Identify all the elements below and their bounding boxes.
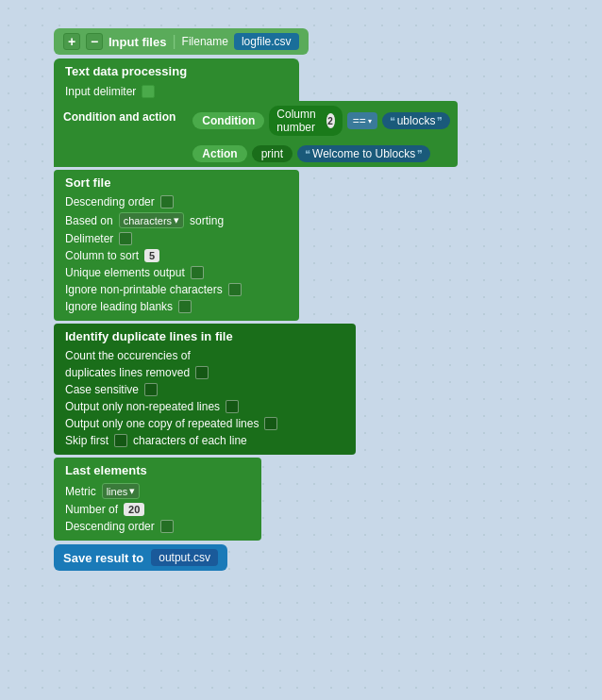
filename-value[interactable]: logfile.csv — [234, 33, 299, 50]
count-occurencies-label: Count the occurencies of — [65, 349, 191, 362]
operator-tag[interactable]: == ▾ — [347, 112, 377, 129]
descending-order-checkbox[interactable] — [160, 195, 174, 208]
ignore-non-printable-checkbox[interactable] — [228, 283, 242, 296]
welcome-tag[interactable]: ❝ Welcome to Ublocks ❞ — [297, 145, 430, 162]
based-on-label: Based on — [65, 214, 113, 227]
output-one-copy-label: Output only one copy of repeated lines — [65, 417, 259, 430]
descending-order-row: Descending order — [65, 193, 288, 210]
action-pill: Action — [192, 145, 246, 162]
condition-value-tag[interactable]: ❝ ublocks ❞ — [382, 112, 451, 129]
input-files-label: Input files — [109, 35, 166, 49]
welcome-quote-open: ❝ — [305, 148, 310, 160]
output-non-repeated-checkbox[interactable] — [226, 400, 239, 413]
output-non-repeated-label: Output only non-repeated lines — [65, 400, 220, 413]
column-number-tag[interactable]: Column number 2 — [269, 106, 342, 136]
print-tag[interactable]: print — [252, 145, 293, 162]
sorting-label: sorting — [190, 214, 224, 227]
duplicates-lines-removed-row: duplicates lines removed — [65, 364, 344, 381]
sort-file-header: Sort file — [65, 175, 288, 190]
case-sensitive-row: Case sensitive — [65, 381, 344, 398]
filename-label: Filename — [182, 35, 228, 48]
output-non-repeated-row: Output only non-repeated lines — [65, 398, 344, 415]
count-occurencies-row: Count the occurencies of — [65, 347, 344, 364]
based-on-arrow: ▾ — [174, 214, 179, 226]
condition-pill: Condition — [192, 112, 264, 129]
case-sensitive-label: Case sensitive — [65, 383, 139, 396]
duplicate-header: Identify duplicate lines in file — [65, 329, 344, 343]
metric-arrow: ▾ — [129, 485, 135, 497]
duplicates-lines-removed-checkbox[interactable] — [195, 366, 209, 379]
column-to-sort-value[interactable]: 5 — [144, 249, 159, 262]
last-descending-row: Descending order — [65, 518, 250, 535]
based-on-value: characters — [124, 215, 172, 226]
operator-label: == — [353, 114, 366, 127]
output-filename[interactable]: output.csv — [151, 549, 218, 566]
column-to-sort-row: Column to sort 5 — [65, 247, 288, 264]
ignore-leading-blanks-checkbox[interactable] — [178, 300, 192, 313]
case-sensitive-checkbox[interactable] — [144, 383, 158, 396]
output-one-copy-checkbox[interactable] — [264, 417, 277, 430]
ignore-non-printable-row: Ignore non-printable characters — [65, 281, 288, 298]
metric-value: lines — [107, 486, 128, 497]
characters-each-line-label: characters of each line — [133, 434, 247, 447]
delimiter-row: Delimeter — [65, 230, 288, 247]
ignore-leading-blanks-label: Ignore leading blanks — [65, 300, 173, 313]
column-number-value: 2 — [326, 113, 335, 128]
skip-first-checkbox[interactable] — [114, 434, 127, 447]
descending-order-label: Descending order — [65, 195, 155, 208]
welcome-value: Welcome to Ublocks — [312, 147, 415, 160]
unique-elements-label: Unique elements output — [65, 266, 185, 279]
input-delimiter-label: Input delimiter — [65, 85, 136, 98]
input-files-bar: + − Input files | Filename logfile.csv — [54, 28, 309, 55]
ignore-non-printable-label: Ignore non-printable characters — [65, 283, 223, 296]
based-on-row: Based on characters ▾ sorting — [65, 210, 288, 230]
operator-dropdown-arrow: ▾ — [368, 117, 372, 125]
delimiter-checkbox[interactable] — [119, 232, 132, 245]
last-elements-section: Last elements Metric lines ▾ Number of 2… — [54, 458, 261, 541]
last-descending-label: Descending order — [65, 520, 155, 533]
duplicate-section: Identify duplicate lines in file Count t… — [54, 324, 356, 455]
quote-open: ❝ — [390, 115, 395, 127]
skip-first-label: Skip first — [65, 434, 109, 447]
add-file-button[interactable]: + — [63, 33, 80, 50]
unique-elements-checkbox[interactable] — [191, 266, 204, 279]
last-elements-header: Last elements — [65, 463, 250, 477]
condition-action-label: Condition and action — [54, 101, 185, 167]
remove-file-button[interactable]: − — [86, 33, 103, 50]
sort-section: Sort file Descending order Based on char… — [54, 170, 299, 321]
quote-close: ❞ — [437, 115, 443, 127]
skip-first-row: Skip first characters of each line — [65, 432, 344, 449]
last-descending-checkbox[interactable] — [160, 520, 174, 533]
column-to-sort-label: Column to sort — [65, 249, 139, 262]
column-number-label: Column number — [276, 108, 322, 134]
main-block: Text data processing Input delimiter Con… — [54, 58, 299, 167]
delimiter-label: Delimeter — [65, 232, 113, 245]
welcome-quote-close: ❞ — [417, 148, 423, 160]
number-of-row: Number of 20 — [65, 501, 250, 518]
condition-action-container: Condition and action Condition Column nu… — [54, 101, 299, 167]
metric-label: Metric — [65, 485, 96, 498]
duplicates-lines-removed-label: duplicates lines removed — [65, 366, 190, 379]
input-delimiter-row: Input delimiter — [54, 82, 299, 101]
metric-row: Metric lines ▾ — [65, 481, 250, 501]
input-delimiter-checkbox[interactable] — [142, 85, 155, 98]
condition-row: Condition Column number 2 == ▾ ❝ ublocks… — [185, 101, 458, 141]
save-result-bar: Save result to output.csv — [54, 544, 227, 571]
condition-action-right: Condition Column number 2 == ▾ ❝ ublocks… — [185, 101, 458, 167]
number-of-value[interactable]: 20 — [124, 503, 144, 516]
separator: | — [172, 33, 176, 50]
metric-select[interactable]: lines ▾ — [102, 483, 141, 499]
text-data-processing-header: Text data processing — [54, 58, 299, 82]
based-on-select[interactable]: characters ▾ — [119, 212, 184, 228]
output-one-copy-row: Output only one copy of repeated lines — [65, 415, 344, 432]
unique-elements-row: Unique elements output — [65, 264, 288, 281]
save-result-label: Save result to — [63, 551, 143, 565]
action-row: Action print ❝ Welcome to Ublocks ❞ — [185, 141, 458, 167]
condition-value: ublocks — [397, 114, 436, 127]
ignore-leading-blanks-row: Ignore leading blanks — [65, 298, 288, 315]
number-of-label: Number of — [65, 503, 118, 516]
